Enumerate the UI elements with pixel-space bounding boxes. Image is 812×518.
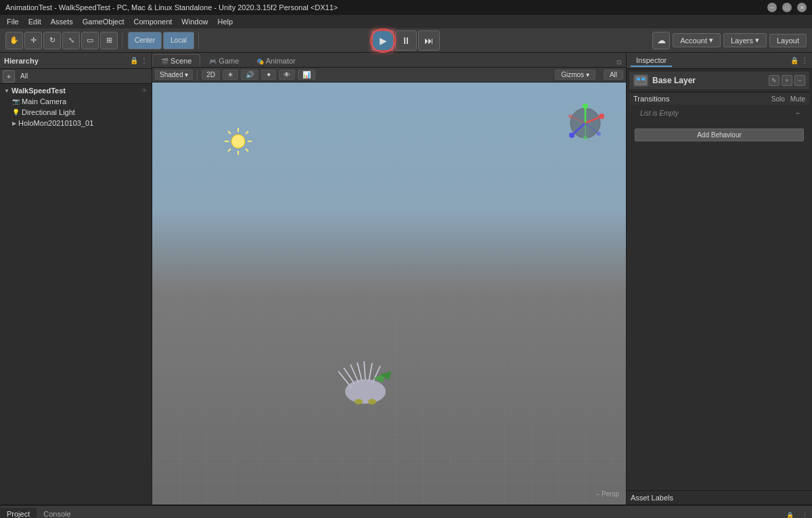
effects-button[interactable]: ✦	[261, 70, 276, 80]
rotate-tool[interactable]: ↻	[43, 32, 61, 49]
lock-bottom-icon[interactable]: 🔒	[782, 511, 798, 518]
svg-point-27	[583, 103, 588, 109]
svg-point-22	[368, 399, 376, 404]
base-layer-add-btn[interactable]: +	[782, 75, 792, 86]
collab-icon[interactable]: ☁	[652, 32, 670, 49]
hierarchy-lock-icon[interactable]: 🔒	[130, 57, 138, 64]
titlebar-title: AnimationTest - WalkSpeedTest - PC, Mac …	[5, 3, 338, 11]
menu-edit[interactable]: Edit	[24, 16, 45, 27]
scene-tab-label: Scene	[171, 57, 191, 65]
lighting-button[interactable]: ☀	[223, 70, 238, 80]
game-tab[interactable]: 🎮 Game	[200, 54, 248, 67]
layout-button[interactable]: Layout	[769, 34, 807, 47]
multi-tool[interactable]: ⊞	[100, 32, 118, 49]
close-button[interactable]: ✕	[797, 3, 807, 12]
project-panel: Project Console 🔒 ⋮ + ★ Favorites ▼ 📁 A	[0, 506, 812, 518]
base-layer-section: Base Layer ✎ + −	[629, 72, 809, 89]
separator	[197, 70, 198, 80]
base-layer-minus-btn[interactable]: −	[794, 75, 805, 86]
play-button[interactable]: ▶	[372, 30, 394, 51]
pause-button[interactable]: ⏸	[395, 30, 417, 51]
inspector-tab[interactable]: Inspector	[631, 55, 672, 67]
inspector-lock-icon[interactable]: 🔒	[790, 57, 798, 64]
menu-window[interactable]: Window	[177, 16, 212, 27]
step-button[interactable]: ⏭	[418, 30, 440, 51]
hidden-button[interactable]: 👁	[279, 70, 295, 80]
shaded-dropdown[interactable]: Shaded ▾	[155, 70, 193, 80]
hierarchy-header: Hierarchy 🔒 ⋮	[0, 53, 152, 69]
view-tabs: 🎬 Scene 🎮 Game 🎭 Animator ⊡	[152, 53, 626, 68]
toolbar: ✋ ✛ ↻ ⤡ ▭ ⊞ Center Local ▶ ⏸ ⏭ ☁ Account…	[0, 28, 812, 53]
move-tool[interactable]: ✛	[24, 32, 42, 49]
scene-view[interactable]: ←Persp	[152, 83, 626, 504]
menu-file[interactable]: File	[3, 16, 23, 27]
local-button[interactable]: Local	[163, 32, 194, 49]
hierarchy-main-camera[interactable]: 📷 Main Camera	[1, 96, 150, 107]
console-tab[interactable]: Console	[37, 508, 77, 518]
audio-button[interactable]: 🔊	[241, 70, 258, 80]
menu-gameobject[interactable]: GameObject	[78, 16, 129, 27]
hierarchy-holomon[interactable]: ▶ HoloMon20210103_01	[1, 118, 150, 128]
transitions-empty-row: List is Empty −	[629, 105, 809, 122]
rect-tool[interactable]: ▭	[81, 32, 99, 49]
svg-rect-36	[635, 76, 646, 85]
inspector-menu-icon[interactable]: ⋮	[801, 57, 808, 64]
inspector-tabs: Inspector	[631, 55, 672, 67]
svg-line-15	[364, 361, 365, 380]
account-chevron-icon: ▾	[709, 36, 713, 45]
bottom-menu-icon[interactable]: ⋮	[798, 511, 812, 518]
project-tab[interactable]: Project	[0, 508, 37, 518]
titlebar-controls: ─ □ ✕	[767, 3, 807, 12]
all-button[interactable]: All	[604, 70, 623, 80]
menu-component[interactable]: Component	[129, 16, 176, 27]
hierarchy-content: ▼ WalkSpeedTest 👁 📷 Main Camera 💡 Direct…	[0, 84, 152, 504]
svg-rect-37	[637, 78, 640, 80]
add-behaviour-container: Add Behaviour	[629, 122, 809, 144]
stats-button[interactable]: 📊	[298, 70, 315, 80]
add-behaviour-button[interactable]: Add Behaviour	[635, 128, 804, 141]
hierarchy-item-label: WalkSpeedTest	[12, 87, 66, 95]
menu-help[interactable]: Help	[213, 16, 237, 27]
svg-point-20	[345, 379, 386, 404]
inspector-header: Inspector 🔒 ⋮	[627, 53, 812, 69]
hierarchy-menu-icon[interactable]: ⋮	[141, 57, 148, 64]
scale-tool[interactable]: ⤡	[62, 32, 80, 49]
layout-label: Layout	[777, 37, 799, 45]
maximize-button[interactable]: □	[782, 3, 792, 12]
layers-button[interactable]: Layers ▾	[723, 33, 767, 47]
animator-tab[interactable]: 🎭 Animator	[248, 54, 304, 67]
gizmo-widget[interactable]	[565, 103, 606, 143]
game-tab-label: Game	[219, 57, 239, 65]
list-empty-label: List is Empty	[635, 107, 684, 120]
svg-line-9	[228, 149, 231, 151]
account-button[interactable]: Account ▾	[673, 33, 721, 47]
minimize-button[interactable]: ─	[767, 3, 777, 12]
center-button[interactable]: Center	[128, 32, 162, 49]
hierarchy-walkspeedtest[interactable]: ▼ WalkSpeedTest 👁	[1, 85, 150, 96]
mute-label: Mute	[790, 95, 805, 103]
hierarchy-directional-light[interactable]: 💡 Directional Light	[1, 107, 150, 118]
2d-button[interactable]: 2D	[202, 70, 220, 80]
base-layer-edit-btn[interactable]: ✎	[769, 75, 780, 86]
transitions-minus-btn[interactable]: −	[792, 108, 804, 118]
gizmos-button[interactable]: Gizmos ▾	[555, 70, 595, 80]
solo-label: Solo	[771, 95, 785, 103]
animator-tab-label: Animator	[266, 57, 296, 65]
svg-rect-38	[641, 78, 645, 80]
hand-tool[interactable]: ✋	[5, 32, 23, 49]
pivot-tools: Center Local	[128, 32, 199, 49]
menu-assets[interactable]: Assets	[47, 16, 77, 27]
bottom-tabs: Project Console 🔒 ⋮	[0, 506, 812, 518]
bottom-panels: Project Console 🔒 ⋮ + ★ Favorites ▼ 📁 A	[0, 504, 812, 518]
main-area: Hierarchy 🔒 ⋮ + All ▼ WalkSpeedTest 👁 📷 …	[0, 53, 812, 504]
arrow-icon: ▼	[4, 88, 9, 94]
svg-point-33	[583, 136, 587, 140]
scene-tab[interactable]: 🎬 Scene	[152, 54, 200, 67]
asset-labels-section: Asset Labels	[627, 490, 812, 504]
hierarchy-all-tab[interactable]: All	[16, 71, 32, 81]
hierarchy-add-button[interactable]: +	[3, 70, 15, 83]
transitions-title: Transitions	[633, 95, 771, 103]
eye-icon[interactable]: 👁	[141, 87, 148, 94]
svg-point-35	[597, 132, 601, 136]
maximize-scene-button[interactable]: ⊡	[612, 57, 626, 67]
